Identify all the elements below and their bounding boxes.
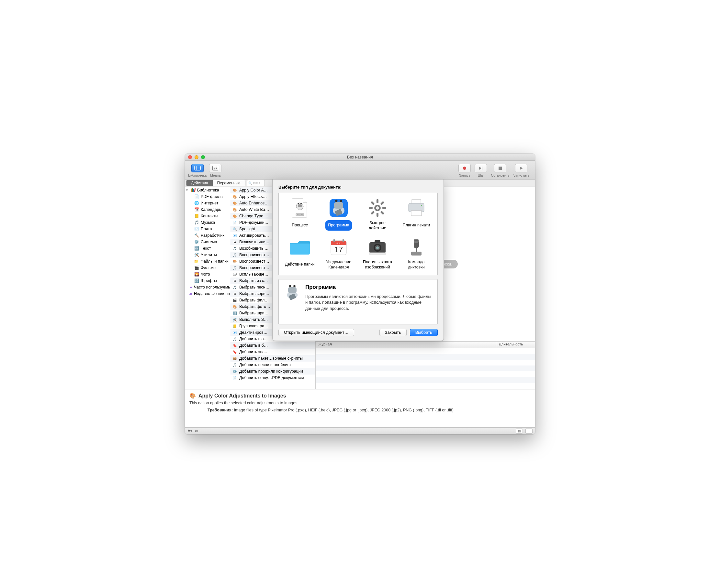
toolbar-media-label: Медиа (210, 173, 220, 177)
stop-icon (499, 167, 502, 170)
doc-type-image-capture[interactable]: Плагин захвата изображений (359, 237, 396, 270)
action-label: Групповая ра… (239, 324, 268, 328)
gear-icon: ⚙️ (194, 239, 199, 245)
log-col-duration[interactable]: Длительность (496, 341, 535, 348)
log-header: Журнал Длительность (316, 341, 535, 348)
microphone-icon (406, 237, 427, 257)
doc-type-folder-action[interactable]: Действие папки (281, 237, 318, 270)
sidebar-root[interactable]: ▼ Библиотека (185, 187, 230, 193)
action-row[interactable]: 📄Добавить сетку…PDF-документам (230, 375, 315, 381)
sidebar-item-system[interactable]: ⚙️Система (185, 239, 230, 245)
automator-icon (284, 284, 301, 319)
toolbar-run-button[interactable] (515, 164, 527, 172)
workflow-doc-icon: WFLOW (289, 197, 310, 218)
action-row[interactable]: 📦Добавить пакет…вочные скрипты (230, 355, 315, 362)
svg-rect-23 (377, 199, 378, 203)
sheet-title: Выберите тип для документа: (278, 185, 438, 190)
printer-icon (406, 197, 427, 218)
sidebar-item-files[interactable]: 📁Файлы и папки (185, 258, 230, 265)
sidebar-smart-frequent[interactable]: ▰Часто используемые (185, 284, 230, 290)
sidebar-item-calendar[interactable]: 📅Календарь (185, 206, 230, 213)
action-label: Всплывающе… (239, 272, 268, 276)
doc-type-application[interactable]: Программа (320, 197, 357, 231)
doc-type-quick-action[interactable]: Быстрое действие (359, 197, 396, 231)
action-row[interactable]: 🔖Добавить зна… (230, 349, 315, 355)
action-icon: 🎨 (232, 188, 237, 193)
search-input[interactable]: Имя (247, 180, 265, 186)
action-row[interactable]: 🎵Добавить песни в плейлист (230, 362, 315, 368)
text-icon: 🔤 (194, 246, 199, 251)
toolbar-stop-button[interactable] (494, 164, 506, 172)
toolbar-media-button[interactable] (209, 164, 221, 172)
action-label: Change Type … (239, 214, 268, 218)
doc-type-calendar-alarm[interactable]: JUL17 Уведомление Календаря (320, 237, 357, 270)
doc-type-print-plugin[interactable]: Плагин печати (398, 197, 435, 231)
sidebar-item-photos[interactable]: 🌄Фото (185, 271, 230, 277)
close-button[interactable]: Закрыть (379, 329, 407, 336)
doc-type-workflow[interactable]: WFLOW Процесс (281, 197, 318, 231)
media-icon (213, 166, 218, 170)
svg-rect-30 (380, 211, 384, 215)
sidebar-item-music[interactable]: 🎵Музыка (185, 219, 230, 226)
sidebar-item-developer[interactable]: 🔨Разработчик (185, 232, 230, 239)
svg-rect-41 (334, 239, 335, 242)
toolbar-library-button[interactable] (191, 164, 204, 172)
sidebar-toggle-icon (194, 166, 201, 170)
svg-rect-26 (382, 207, 386, 209)
choose-button[interactable]: Выбрать (410, 329, 438, 336)
calendar-large-icon: JUL17 (328, 237, 349, 257)
sidebar-item-pdf[interactable]: 📄PDF-файлы (185, 193, 230, 200)
action-label: Apply Effects… (239, 194, 267, 199)
tab-variables[interactable]: Переменные (213, 180, 245, 186)
action-icon: 📄 (232, 220, 237, 225)
action-icon: 💬 (232, 272, 237, 277)
action-row[interactable]: ⚙️Добавить профили конфигурации (230, 368, 315, 375)
action-row[interactable]: 🔖Добавить в б… (230, 342, 315, 349)
log-col-journal[interactable]: Журнал (316, 341, 496, 348)
action-label: Выполнить S… (239, 317, 268, 322)
svg-rect-8 (193, 189, 194, 192)
footer-action-menu[interactable]: ✱▾ (187, 429, 192, 433)
open-existing-button[interactable]: Открыть имеющийся документ… (278, 329, 354, 336)
sidebar-item-movies[interactable]: 🎬Фильмы (185, 265, 230, 271)
action-icon: 🎵 (232, 336, 237, 341)
footer-view-log[interactable]: ☰ (525, 428, 533, 434)
sidebar-item-internet[interactable]: 🌐Интернет (185, 200, 230, 206)
action-label: Добавить сетку…PDF-документам (239, 376, 304, 380)
svg-text:JUL: JUL (336, 242, 341, 245)
action-label: Auto Enhance… (239, 201, 269, 205)
action-description: 🎨Apply Color Adjustments to Images This … (185, 389, 535, 427)
action-label: Воспроизвест… (239, 259, 269, 264)
toolbar-record-button[interactable] (458, 164, 471, 172)
action-label: PDF-докумен… (239, 220, 268, 225)
sidebar-item-contacts[interactable]: 📒Контакты (185, 213, 230, 219)
action-label: Добавить пакет…вочные скрипты (239, 356, 303, 361)
sidebar-smart-recent[interactable]: ▰Недавно…бавленные (185, 290, 230, 297)
svg-rect-42 (342, 239, 344, 242)
doc-type-dictation[interactable]: Команда диктовки (398, 237, 435, 270)
log-pane: Журнал Длительность (316, 341, 535, 389)
sidebar-item-text[interactable]: 🔤Текст (185, 245, 230, 252)
toolbar-step-button[interactable] (475, 164, 487, 172)
sidebar-item-fonts[interactable]: 🔠Шрифты (185, 277, 230, 284)
sidebar-item-mail[interactable]: ✉️Почта (185, 226, 230, 232)
action-label: Включить или… (239, 240, 269, 244)
svg-point-31 (376, 206, 379, 210)
footer-toggle-desc[interactable]: ▭ (195, 429, 198, 433)
desc-heading: Программа (305, 284, 432, 290)
tab-actions[interactable]: Действия (186, 180, 213, 186)
action-label: Добавить песни в плейлист (239, 362, 291, 367)
action-label: Возобновить … (239, 246, 269, 251)
contacts-icon: 📒 (194, 213, 199, 219)
step-icon (479, 166, 483, 170)
action-icon: 🎨 (232, 194, 237, 199)
svg-rect-9 (194, 188, 196, 192)
pdf-icon: 📄 (194, 194, 199, 199)
globe-icon: 🌐 (194, 201, 199, 206)
sidebar-item-utilities[interactable]: 🛠️Утилиты (185, 252, 230, 258)
desc-body: This action applies the selected color a… (189, 401, 531, 405)
disclosure-icon: ▼ (185, 189, 189, 192)
footer-view-results[interactable]: ▤ (516, 428, 523, 434)
smartfolder-icon: ▰ (189, 285, 192, 290)
action-icon: 🔖 (232, 349, 237, 355)
